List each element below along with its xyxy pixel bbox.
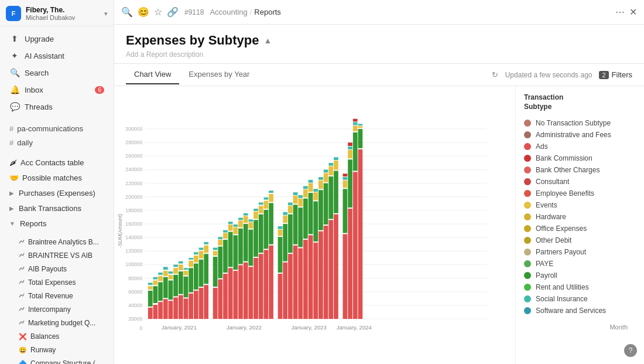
svg-rect-74 [179, 261, 183, 264]
report-title-chevron-icon[interactable]: ▲ [263, 36, 272, 45]
legend-item-ads[interactable]: Ads [524, 141, 636, 152]
sidebar-report-item-total-revenue[interactable]: Total Revenue [2, 290, 111, 302]
svg-rect-56 [148, 286, 153, 290]
close-icon[interactable]: ✕ [629, 6, 637, 18]
sidebar-item-acc-contacts[interactable]: 🌶 Acc Contacts table [2, 155, 111, 170]
svg-rect-176 [343, 234, 348, 319]
legend-item-bank-other[interactable]: Bank Other Charges [524, 164, 636, 176]
legend-item-paye[interactable]: PAYE [524, 258, 636, 270]
legend-item-admin-fees[interactable]: Administrative and Fees [524, 129, 636, 141]
filters-button[interactable]: 2 Filters [599, 70, 632, 79]
svg-rect-144 [298, 207, 303, 247]
legend-item-payroll[interactable]: Payroll [524, 270, 636, 281]
sidebar-channel-daily[interactable]: # daily [2, 136, 111, 149]
emoji-icon[interactable]: 😊 [138, 6, 149, 18]
topbar: 🔍 😊 ☆ 🔗 #9118 Accounting / Reports ⋯ ✕ [114, 0, 644, 25]
legend-item-bank-commission[interactable]: Bank Commission [524, 152, 636, 164]
ai-icon: ✦ [9, 51, 20, 60]
legend-item-other-debit[interactable]: Other Debit [524, 234, 636, 246]
sidebar-report-item-company-structure[interactable]: 🔷Company Structure (... [2, 357, 111, 364]
sidebar-report-item-braintree-vs-aib[interactable]: BRAINTREE VS AIB [2, 249, 111, 262]
legend-item-label: Social Insurance [536, 295, 588, 303]
sidebar-item-search[interactable]: 🔍 Search [2, 64, 111, 81]
sidebar-item-possible-matches[interactable]: 🤝 Possible matches [2, 171, 111, 185]
report-item-label: Runway [30, 346, 56, 354]
sidebar-item-upgrade-label: Upgrade [25, 35, 54, 43]
tab-expenses-by-year[interactable]: Expenses by Year [180, 65, 258, 84]
svg-rect-62 [179, 265, 183, 271]
sidebar-item-inbox[interactable]: 🔔 Inbox 6 [2, 81, 111, 98]
legend-item-events[interactable]: Events [524, 199, 636, 211]
sidebar-report-item-total-expenses[interactable]: Total Expenses [2, 276, 111, 289]
svg-rect-166 [288, 202, 293, 205]
sidebar-report-item-aib-payouts[interactable]: AIB Payouts [2, 263, 111, 275]
svg-rect-136 [318, 232, 323, 319]
svg-rect-70 [158, 273, 163, 275]
svg-text:-SUM(Amount): -SUM(Amount) [118, 214, 124, 248]
link-icon[interactable]: 🔗 [167, 6, 179, 18]
chevron-down-icon[interactable]: ▾ [104, 10, 108, 18]
svg-rect-81 [218, 280, 222, 319]
legend-item-software-services[interactable]: Software and Services [524, 305, 636, 317]
legend-item-rent-utilities[interactable]: Rent and Utilities [524, 281, 636, 293]
svg-rect-87 [249, 267, 254, 319]
sidebar-item-purchases-label: Purchases (Expenses) [19, 189, 95, 198]
svg-rect-194 [353, 119, 358, 122]
svg-rect-98 [244, 224, 248, 261]
help-button[interactable]: ? [624, 344, 637, 357]
sidebar-item-reports[interactable]: ▼ Reports [2, 216, 111, 231]
svg-rect-73 [173, 265, 178, 267]
svg-text:200000: 200000 [125, 194, 142, 200]
breadcrumb-reports[interactable]: Reports [254, 8, 281, 16]
report-item-label: Marketing budget Q... [28, 319, 95, 327]
report-item-label: Company Structure (... [30, 359, 101, 364]
sidebar-report-item-intercompany[interactable]: Intercompany [2, 303, 111, 316]
sidebar-report-item-runway[interactable]: 😀Runway [2, 343, 111, 356]
search-topbar-icon[interactable]: 🔍 [121, 6, 133, 18]
sidebar-item-bank-transactions-label: Bank Transactions [19, 204, 81, 213]
legend-item-no-transaction[interactable]: No Transaction Subtype [524, 117, 636, 129]
legend-color-dot [524, 178, 531, 185]
filters-label: Filters [612, 70, 632, 79]
sidebar-item-possible-matches-label: Possible matches [22, 174, 82, 182]
svg-text:160000: 160000 [125, 221, 142, 227]
svg-rect-173 [324, 170, 328, 173]
more-options-icon[interactable]: ⋯ [615, 6, 625, 18]
legend-item-social-insurance[interactable]: Social Insurance [524, 293, 636, 305]
sidebar-item-ai-assistant[interactable]: ✦ AI Assistant [2, 47, 111, 64]
legend-color-dot [524, 272, 531, 279]
svg-rect-117 [218, 237, 222, 239]
legend-item-consultant[interactable]: Consultant [524, 176, 636, 188]
breadcrumb-accounting[interactable]: Accounting [210, 8, 247, 16]
refresh-icon[interactable]: ↻ [492, 70, 498, 79]
sidebar-item-purchases[interactable]: ▶ Purchases (Expenses) [2, 186, 111, 200]
sidebar-report-item-balances[interactable]: ❌Balances [2, 330, 111, 343]
legend-item-office-expenses[interactable]: Office Expenses [524, 223, 636, 234]
sidebar-item-threads[interactable]: 💬 Threads [2, 98, 111, 115]
legend-item-partners-payout[interactable]: Partners Payout [524, 246, 636, 258]
sidebar-report-item-marketing-budget[interactable]: Marketing budget Q... [2, 317, 111, 329]
topbar-right: ⋯ ✕ [615, 6, 637, 18]
sidebar-item-bank-transactions[interactable]: ▶ Bank Transactions [2, 201, 111, 216]
hash-icon: # [9, 124, 13, 133]
sidebar-item-upgrade[interactable]: ⬆ Upgrade [2, 30, 111, 47]
tab-chart-view[interactable]: Chart View [126, 65, 179, 84]
star-icon[interactable]: ☆ [154, 6, 162, 18]
svg-rect-157 [303, 189, 308, 198]
legend-item-label: Bank Commission [536, 154, 592, 162]
svg-rect-45 [153, 286, 158, 303]
legend-item-employee-benefits[interactable]: Employee Benefits [524, 188, 636, 199]
report-trend-icon: 🔷 [19, 360, 27, 364]
legend-color-dot [524, 307, 531, 314]
svg-rect-67 [204, 246, 208, 253]
brand[interactable]: F Fibery, The. Michael Dubakov [6, 6, 75, 21]
svg-rect-65 [194, 256, 198, 263]
report-description[interactable]: Add a Report description [126, 50, 632, 59]
svg-text:January, 2023: January, 2023 [292, 324, 327, 331]
sidebar-channel-pa[interactable]: # pa-communications [2, 122, 111, 135]
svg-rect-126 [264, 198, 269, 200]
sidebar-report-item-braintree-analytics[interactable]: Braintree Analytics B... [2, 236, 111, 249]
upgrade-icon: ⬆ [9, 34, 20, 43]
chart-area: -SUM(Amount) 300000 280000 260 [114, 86, 515, 364]
legend-item-hardware[interactable]: Hardware [524, 211, 636, 223]
